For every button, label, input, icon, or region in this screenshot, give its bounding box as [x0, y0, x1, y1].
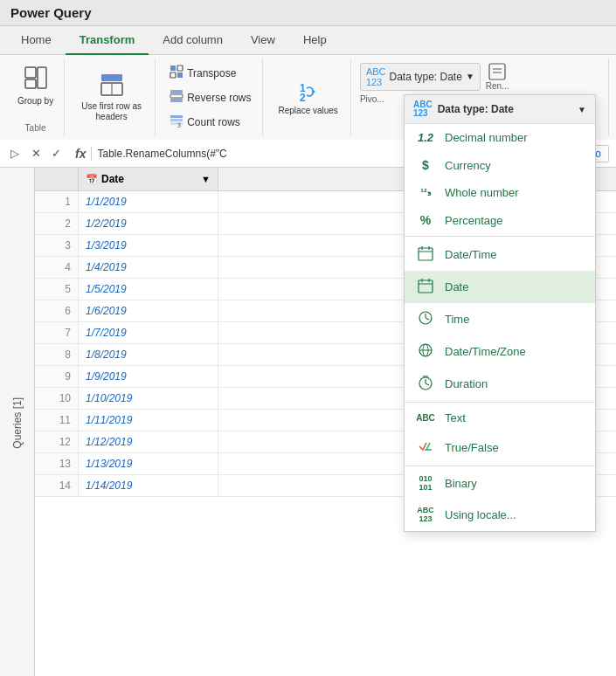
dropdown-item-truefalse[interactable]: True/False [405, 431, 595, 464]
transpose-button[interactable]: Transpose [164, 62, 256, 84]
row-val: 1/12/2019 [79, 431, 218, 452]
row-val: 1/13/2019 [79, 453, 218, 474]
count-rows-label: Count rows [187, 116, 240, 128]
data-type-icon: ABC123 [366, 66, 386, 87]
svg-rect-13 [170, 115, 183, 118]
locale-label: Using locale... [445, 508, 516, 521]
locale-icon: ABC123 [415, 507, 436, 524]
svg-rect-7 [177, 66, 183, 71]
row-num: 9 [35, 366, 79, 387]
row-val: 1/6/2019 [79, 300, 218, 321]
whole-label: Whole number [445, 186, 519, 199]
svg-rect-10 [170, 90, 183, 93]
dropdown-item-time[interactable]: Time [405, 303, 595, 335]
dropdown-item-duration[interactable]: Duration [405, 368, 595, 400]
dropdown-item-binary[interactable]: 010101 Binary [405, 468, 595, 500]
use-first-row-label: Use first row as headers [79, 101, 144, 122]
row-num: 1 [35, 191, 79, 212]
dropdown-item-date[interactable]: Date [405, 271, 595, 303]
svg-rect-6 [170, 66, 176, 71]
svg-rect-19 [489, 64, 505, 79]
formula-confirm-icon[interactable]: ✓ [48, 145, 65, 162]
row-num: 4 [35, 257, 79, 278]
col-header-date[interactable]: 📅 Date ▼ [79, 168, 218, 190]
rename-button[interactable]: Ren... [486, 62, 509, 91]
tab-home[interactable]: Home [7, 26, 66, 55]
row-val: 1/2/2019 [79, 213, 218, 234]
group-by-icon [24, 66, 48, 96]
date-col-label: Date [101, 173, 124, 185]
dropdown-item-decimal[interactable]: 1.2 Decimal number [405, 124, 595, 151]
row-val: 1/9/2019 [79, 366, 218, 387]
group-by-label: Group by [17, 96, 53, 106]
divider-1 [405, 236, 595, 237]
count-rows-button[interactable]: 3 Count rows [164, 111, 256, 133]
tab-view[interactable]: View [237, 26, 289, 55]
use-first-row-icon [100, 72, 124, 101]
formula-expand-icon[interactable]: ▷ [7, 145, 23, 162]
truefalse-label: True/False [445, 441, 499, 454]
replace-values-button[interactable]: 1 2 Replace values [273, 76, 343, 119]
text-label: Text [445, 411, 466, 424]
tab-transform[interactable]: Transform [66, 26, 149, 55]
data-type-button[interactable]: ABC123 Data type: Date ▼ [360, 63, 481, 91]
count-rows-icon: 3 [170, 114, 183, 130]
rename-icon [488, 62, 507, 81]
reverse-rows-label: Reverse rows [187, 92, 251, 104]
dropdown-item-datetimezone[interactable]: Date/Time/Zone [405, 335, 595, 368]
row-num: 10 [35, 388, 79, 409]
decimal-icon: 1.2 [415, 131, 436, 144]
reverse-rows-icon [170, 89, 183, 106]
use-first-row-button[interactable]: Use first row as headers [73, 69, 149, 126]
tab-add-column[interactable]: Add column [149, 26, 237, 55]
svg-rect-2 [38, 67, 46, 88]
datetime-label: Date/Time [445, 248, 496, 261]
reverse-rows-button[interactable]: Reverse rows [164, 86, 256, 108]
dropdown-item-text[interactable]: ABC Text [405, 404, 595, 431]
row-num: 2 [35, 213, 79, 234]
datetime-icon [415, 245, 436, 264]
truefalse-icon [415, 438, 436, 457]
formula-controls: ✕ ✓ [28, 145, 65, 162]
datetimezone-label: Date/Time/Zone [445, 345, 526, 358]
data-type-dropdown: ABC123 Data type: Date ▼ 1.2 Decimal num… [404, 94, 596, 532]
dropdown-item-locale[interactable]: ABC123 Using locale... [405, 500, 595, 531]
row-num: 6 [35, 300, 79, 321]
row-val: 1/7/2019 [79, 322, 218, 343]
percentage-label: Percentage [445, 214, 503, 227]
divider-2 [405, 402, 595, 403]
whole-icon: ¹²₃ [415, 187, 436, 198]
dropdown-item-datetime[interactable]: Date/Time [405, 238, 595, 271]
group-by-button[interactable]: Group by [12, 62, 59, 109]
binary-label: Binary [445, 477, 477, 490]
divider-3 [405, 466, 595, 466]
svg-rect-9 [177, 72, 183, 78]
app-title: Power Query [10, 5, 92, 20]
svg-rect-14 [170, 119, 183, 121]
row-num: 12 [35, 431, 79, 452]
svg-text:3: 3 [177, 122, 181, 128]
currency-icon: $ [415, 158, 436, 172]
data-type-label: Data type: Date [390, 71, 462, 83]
binary-icon: 010101 [415, 475, 436, 493]
date-icon [415, 278, 436, 296]
formula-cancel-icon[interactable]: ✕ [28, 145, 45, 162]
dropdown-item-percentage[interactable]: % Percentage [405, 206, 595, 234]
date-col-dropdown-icon[interactable]: ▼ [201, 174, 211, 184]
svg-text:2: 2 [300, 92, 306, 104]
row-num: 3 [35, 235, 79, 256]
ribbon-tabs: Home Transform Add column View Help [0, 26, 616, 55]
dropdown-item-whole[interactable]: ¹²₃ Whole number [405, 179, 595, 206]
dropdown-header-chevron: ▼ [578, 105, 586, 114]
row-num-header [35, 168, 79, 190]
date-col-type-icon: 📅 [86, 174, 98, 185]
queries-panel: Queries [1] [0, 168, 35, 676]
decimal-label: Decimal number [445, 131, 528, 144]
pivot-label: Pivo... [360, 94, 384, 104]
dropdown-item-currency[interactable]: $ Currency [405, 151, 595, 179]
pivot-button[interactable]: Pivo... [360, 94, 384, 104]
title-bar: Power Query [0, 0, 616, 26]
row-num: 11 [35, 410, 79, 431]
row-val: 1/14/2019 [79, 475, 218, 496]
tab-help[interactable]: Help [289, 26, 341, 55]
